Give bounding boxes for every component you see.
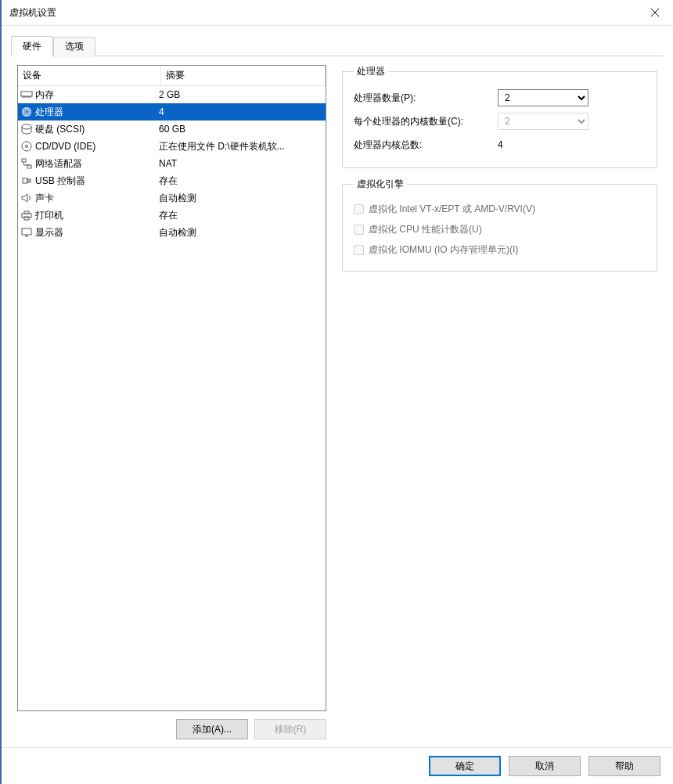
processors-group: 处理器 处理器数量(P): 2 每个处理器的内核数量(C): 2 [342,65,657,168]
counters-checkbox-row: 虚拟化 CPU 性能计数器(U) [354,219,646,239]
svg-rect-2 [25,110,28,113]
hardware-summary: 60 GB [159,124,326,135]
memory-icon [18,88,35,101]
ok-button[interactable]: 确定 [429,756,501,776]
hardware-summary: 自动检测 [159,192,326,205]
vt-label: 虚拟化 Intel VT-x/EPT 或 AMD-V/RVI(V) [369,203,535,216]
hardware-summary: 正在使用文件 D:\硬件装机软... [159,140,326,153]
hardware-name: 显示器 [35,226,159,239]
hardware-name: 处理器 [35,106,159,119]
hardware-summary: 4 [159,106,326,117]
hardware-list[interactable]: 设备 摘要 内存2 GB处理器4硬盘 (SCSI)60 GBCD/DVD (ID… [17,65,326,711]
left-pane: 设备 摘要 内存2 GB处理器4硬盘 (SCSI)60 GBCD/DVD (ID… [17,65,326,739]
hardware-summary: 存在 [159,209,326,222]
hardware-name: 打印机 [35,209,159,222]
processors-legend: 处理器 [354,65,388,78]
hardware-list-body: 内存2 GB处理器4硬盘 (SCSI)60 GBCD/DVD (IDE)正在使用… [18,86,326,241]
svg-rect-10 [24,211,29,214]
hardware-row-sound[interactable]: 声卡自动检测 [18,189,326,207]
hardware-row-memory[interactable]: 内存2 GB [18,86,326,103]
sound-icon [18,192,35,204]
hardware-name: 声卡 [35,192,159,205]
hardware-row-display[interactable]: 显示器自动检测 [18,224,326,241]
tab-options[interactable]: 选项 [53,37,95,57]
svg-rect-1 [23,109,30,115]
tab-hardware[interactable]: 硬件 [11,36,53,56]
tabs-row: 硬件 选项 [2,26,673,56]
hardware-summary: 2 GB [159,89,326,100]
hardware-row-usb[interactable]: USB 控制器存在 [18,172,326,189]
hardware-row-cpu[interactable]: 处理器4 [18,103,326,120]
row-processor-count: 处理器数量(P): 2 [354,86,646,110]
display-icon [18,226,35,239]
cpu-icon [18,106,35,118]
tab-strip: 硬件 选项 [11,35,664,56]
add-hardware-button[interactable]: 添加(A)... [176,719,248,739]
hardware-row-cd[interactable]: CD/DVD (IDE)正在使用文件 D:\硬件装机软... [18,138,326,155]
hardware-summary: 存在 [159,174,326,188]
row-total-cores: 处理器内核总数: 4 [354,133,646,156]
virtualization-legend: 虚拟化引擎 [354,178,407,191]
cancel-button[interactable]: 取消 [509,756,581,776]
vm-settings-window: 虚拟机设置 硬件 选项 设备 摘要 内存2 GB处理器4硬盘 (SCSI)60 … [0,0,673,784]
disk-icon [18,123,35,135]
hardware-row-disk[interactable]: 硬盘 (SCSI)60 GB [18,120,326,138]
hardware-name: USB 控制器 [35,174,159,188]
row-cores-per-processor: 每个处理器的内核数量(C): 2 [354,110,646,133]
iommu-checkbox-row: 虚拟化 IOMMU (IO 内存管理单元)(I) [354,239,646,260]
hardware-name: 网络适配器 [35,157,159,171]
svg-rect-0 [21,92,32,96]
processor-count-value: 2 [498,89,646,106]
dialog-button-bar: 确定 取消 帮助 [2,747,673,784]
virtualization-group: 虚拟化引擎 虚拟化 Intel VT-x/EPT 或 AMD-V/RVI(V) … [342,178,657,272]
column-device[interactable]: 设备 [18,66,161,85]
svg-point-3 [22,142,31,151]
iommu-checkbox [354,245,364,255]
help-button[interactable]: 帮助 [588,756,660,776]
svg-point-4 [26,146,28,148]
vt-checkbox-row: 虚拟化 Intel VT-x/EPT 或 AMD-V/RVI(V) [354,199,646,219]
printer-icon [18,209,35,221]
total-cores-label: 处理器内核总数: [354,138,498,152]
iommu-label: 虚拟化 IOMMU (IO 内存管理单元)(I) [369,243,518,257]
hardware-row-printer[interactable]: 打印机存在 [18,207,326,224]
hardware-list-header: 设备 摘要 [18,66,326,86]
vt-checkbox [354,204,364,214]
hardware-name: CD/DVD (IDE) [35,141,159,152]
svg-rect-12 [22,228,31,235]
hardware-name: 硬盘 (SCSI) [35,123,159,136]
close-button[interactable] [637,0,673,25]
close-icon [650,8,660,17]
cores-per-processor-value: 2 [498,113,646,130]
svg-rect-6 [27,165,31,168]
processor-count-label: 处理器数量(P): [354,92,498,105]
content-area: 设备 摘要 内存2 GB处理器4硬盘 (SCSI)60 GBCD/DVD (ID… [2,56,673,747]
network-icon [18,157,35,170]
column-summary[interactable]: 摘要 [161,66,326,85]
cd-icon [18,140,35,153]
hardware-buttons: 添加(A)... 移除(R) [17,719,326,739]
window-title: 虚拟机设置 [9,6,637,20]
cores-per-processor-select: 2 [498,113,588,130]
svg-rect-7 [23,178,27,183]
hardware-name: 内存 [35,88,159,102]
right-pane: 处理器 处理器数量(P): 2 每个处理器的内核数量(C): 2 [342,65,657,739]
counters-label: 虚拟化 CPU 性能计数器(U) [369,223,482,236]
processor-count-select[interactable]: 2 [498,89,588,106]
tab-underline [95,56,664,56]
usb-icon [18,174,35,187]
remove-hardware-button: 移除(R) [254,719,326,739]
counters-checkbox [354,225,364,235]
cores-per-processor-label: 每个处理器的内核数量(C): [354,115,498,128]
hardware-summary: 自动检测 [159,226,326,239]
total-cores-value: 4 [498,139,646,150]
hardware-summary: NAT [159,158,326,169]
svg-rect-5 [22,159,26,162]
titlebar: 虚拟机设置 [2,0,673,26]
hardware-row-network[interactable]: 网络适配器NAT [18,155,326,172]
